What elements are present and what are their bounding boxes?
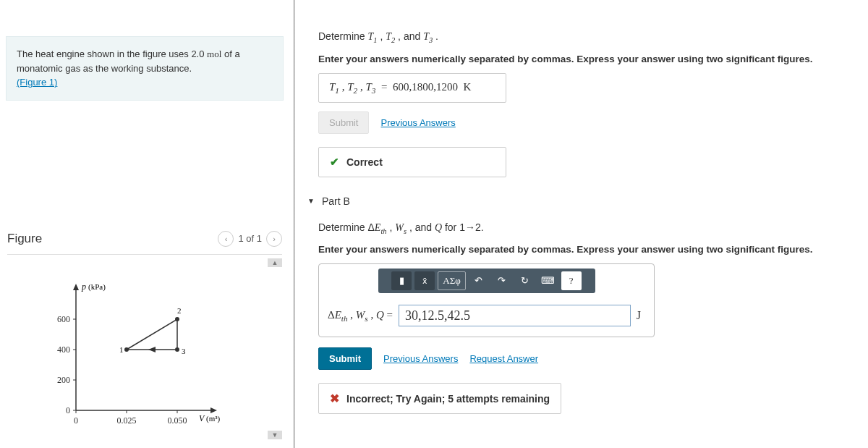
parta-answer-value: 600,1800,1200 <box>393 81 458 93</box>
svg-text:2: 2 <box>177 306 182 315</box>
help-icon[interactable]: ? <box>561 271 582 290</box>
figure-pager: 1 of 1 <box>238 233 262 244</box>
svg-text:0: 0 <box>66 405 70 415</box>
parta-answer-box: T1 , T2 , T3 = 600,1800,1200 K <box>318 73 506 103</box>
parta-feedback-text: Correct <box>346 156 383 168</box>
svg-point-26 <box>175 347 179 352</box>
svg-text:0.025: 0.025 <box>117 415 137 426</box>
problem-text-1: The heat engine shown in the figure uses… <box>17 48 207 59</box>
partb-previous-answers-link[interactable]: Previous Answers <box>383 353 458 364</box>
svg-text:200: 200 <box>57 375 70 385</box>
partb-submit-button[interactable]: Submit <box>318 347 372 370</box>
figure-prev-button[interactable]: ‹ <box>218 231 234 247</box>
svg-text:600: 600 <box>57 314 70 324</box>
problem-mol: mol <box>207 48 221 59</box>
figure-next-button[interactable]: › <box>266 231 282 247</box>
parta-prompt: Determine T1 , T2 , and T3 . <box>318 29 854 46</box>
redo-icon[interactable]: ↷ <box>492 271 512 290</box>
parta-submit-button[interactable]: Submit <box>318 111 369 134</box>
svg-point-25 <box>175 317 179 321</box>
parta-feedback: ✔ Correct <box>318 147 506 177</box>
partb-answer-lhs: ΔEth , Ws , Q = <box>328 309 393 323</box>
partb-title: Part B <box>322 195 350 207</box>
svg-marker-3 <box>210 407 217 413</box>
svg-text:p: p <box>81 282 86 292</box>
svg-text:0: 0 <box>74 415 78 426</box>
tb-template-icon[interactable]: ▮ <box>391 271 412 290</box>
svg-text:0.050: 0.050 <box>168 415 187 426</box>
reset-icon[interactable]: ↻ <box>515 271 535 290</box>
svg-text:400: 400 <box>57 345 70 355</box>
partb-feedback: ✖ Incorrect; Try Again; 5 attempts remai… <box>318 383 561 414</box>
figure-scroll-down[interactable]: ▼ <box>268 431 282 439</box>
svg-point-24 <box>124 347 129 352</box>
parta-instructions: Enter your answers numerically separated… <box>318 54 854 64</box>
svg-marker-22 <box>127 319 177 350</box>
partb-feedback-text: Incorrect; Try Again; 5 attempts remaini… <box>346 393 550 405</box>
svg-text:(m³): (m³) <box>206 414 221 423</box>
x-icon: ✖ <box>330 392 339 405</box>
svg-text:V: V <box>199 413 205 423</box>
equation-toolbar: ▮ x̄ ΑΣφ ↶ ↷ ↻ ⌨ ? <box>378 269 595 293</box>
partb-answer-panel: ▮ x̄ ΑΣφ ↶ ↷ ↻ ⌨ ? ΔEth , Ws , Q = J <box>318 263 655 337</box>
undo-icon[interactable]: ↶ <box>469 271 489 290</box>
partb-instructions: Enter your answers numerically separated… <box>318 244 854 255</box>
partb-request-answer-link[interactable]: Request Answer <box>469 353 538 364</box>
partb-prompt: Determine ΔEth , Ws , and Q for 1→2. <box>318 220 854 237</box>
check-icon: ✔ <box>330 156 339 169</box>
problem-statement: The heat engine shown in the figure uses… <box>6 36 284 101</box>
svg-marker-2 <box>73 284 79 290</box>
keyboard-icon[interactable]: ⌨ <box>538 271 558 290</box>
partb-answer-unit: J <box>637 309 644 322</box>
figure-link[interactable]: (Figure 1) <box>17 77 57 88</box>
caret-down-icon: ▼ <box>307 197 315 205</box>
figure-scroll-up[interactable]: ▲ <box>268 258 282 267</box>
parta-previous-answers-link[interactable]: Previous Answers <box>380 117 455 128</box>
svg-text:3: 3 <box>182 347 186 355</box>
partb-header-toggle[interactable]: ▼ Part B <box>307 195 854 207</box>
figure-title: Figure <box>7 232 42 246</box>
partb-answer-input[interactable] <box>399 305 631 326</box>
tb-fraction-icon[interactable]: x̄ <box>414 271 435 290</box>
pv-chart: 0 200 400 600 0 0.025 0.050 p (kPa) V (m… <box>47 280 235 432</box>
svg-text:(kPa): (kPa) <box>88 282 106 292</box>
tb-greek-button[interactable]: ΑΣφ <box>438 271 465 290</box>
svg-text:1: 1 <box>119 345 124 354</box>
parta-answer-unit: K <box>463 81 471 93</box>
svg-marker-23 <box>148 347 156 352</box>
